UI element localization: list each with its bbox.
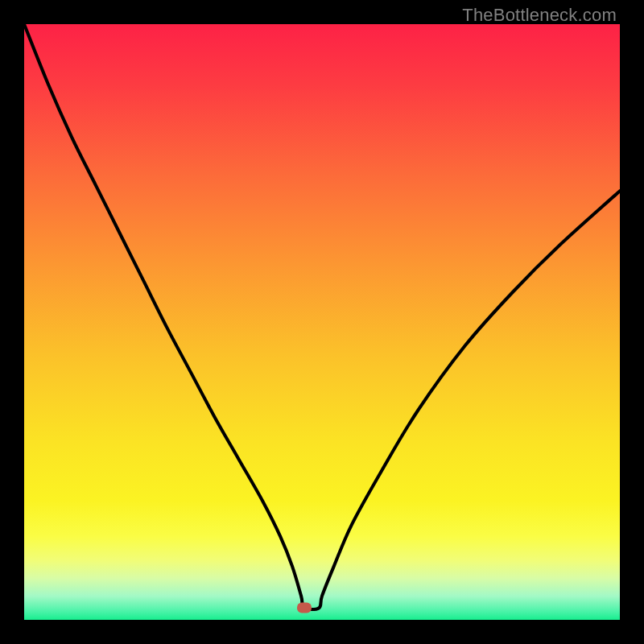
curve-layer <box>24 24 620 620</box>
plot-area <box>24 24 620 620</box>
minimum-marker <box>297 603 312 613</box>
bottleneck-curve <box>24 24 620 609</box>
watermark-text: TheBottleneck.com <box>462 5 617 26</box>
chart-frame: TheBottleneck.com <box>0 0 644 644</box>
